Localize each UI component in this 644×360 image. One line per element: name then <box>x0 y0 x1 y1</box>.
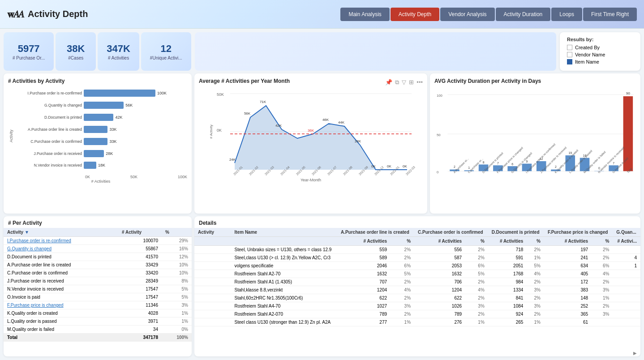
expand-icon[interactable]: ⊞ <box>409 79 414 86</box>
nav-tab-activity-duration[interactable]: Activity Duration <box>496 8 551 21</box>
count-cell: 4028 <box>118 309 162 317</box>
activity-cell[interactable]: I.Purchase order is re-confirmed <box>4 237 118 245</box>
activity-cell: A.Purchase order line is created <box>4 261 118 269</box>
results-by-item[interactable]: Created By <box>567 45 633 50</box>
copy-icon[interactable]: ⧉ <box>395 79 399 86</box>
bar-fill <box>84 114 113 121</box>
results-by-checkbox[interactable] <box>567 59 572 64</box>
detail-d-pct: 2% <box>527 278 544 286</box>
results-by-label: Vendor Name <box>575 52 605 57</box>
pct-cell: 12% <box>162 253 192 261</box>
details-row: Rostfreiem Stahl A2-070 789 2% 789 2% 92… <box>194 310 640 318</box>
per-activity-title: # Per Activity <box>4 216 192 228</box>
detail-g-act <box>613 286 640 294</box>
detail-d-act: 984 <box>488 278 527 286</box>
detail-g-act <box>613 294 640 302</box>
bar-fill <box>84 126 107 133</box>
activity-cell: M.Quality order is failed <box>4 326 118 334</box>
activity-cell[interactable]: G.Quantity is changed <box>4 245 118 253</box>
detail-a-act: 622 <box>337 294 391 302</box>
bar-row: A.Purchase order line is created 33K <box>14 126 187 133</box>
pct-cell: 1% <box>162 309 192 317</box>
detail-f-pct: 2% <box>592 246 613 254</box>
nav-tabs: Main AnalysisActivity DepthVendor Analys… <box>340 8 637 21</box>
svg-text:2: 2 <box>454 165 455 168</box>
bar-value: 18K <box>98 163 105 167</box>
bar-fill <box>84 102 124 109</box>
detail-a-act: 277 <box>337 318 391 326</box>
svg-text:0K: 0K <box>403 164 407 168</box>
nav-tab-first-time-right[interactable]: First Time Right <box>583 8 637 21</box>
more-icon[interactable]: ••• <box>416 79 423 86</box>
results-by-panel: Results by: Created ByVendor NameItem Na… <box>560 32 640 71</box>
results-by-title: Results by: <box>567 37 633 42</box>
nav-tab-main-analysis[interactable]: Main Analysis <box>340 8 389 21</box>
detail-g-act: 1 <box>613 262 640 270</box>
nav-tab-loops[interactable]: Loops <box>551 8 582 21</box>
total-count: 347178 <box>118 334 162 342</box>
count-cell: 100070 <box>118 237 162 245</box>
detail-a-act: 589 <box>337 254 391 262</box>
detail-item: Steel, Unbrako sizes = U130, others = cl… <box>231 246 337 254</box>
svg-text:28K: 28K <box>355 139 361 143</box>
logo: 𝐰𝐴𝐴 <box>7 9 23 20</box>
line-x-label: Year-Month <box>199 178 423 182</box>
kpi-label: # Activities <box>108 56 129 60</box>
table-row: G.Quantity is changed 55867 16% <box>4 245 192 253</box>
detail-d-pct: 3% <box>527 286 544 294</box>
bar-label: I.Purchase order is re-confirmed <box>14 91 84 95</box>
kpi-card: 5977# Purchase Or... <box>4 32 54 71</box>
results-by-checkbox[interactable] <box>567 45 572 50</box>
activity-cell[interactable]: F.Purchase price is changed <box>4 301 118 309</box>
charts-row: # Activities by Activity Activity I.Purc… <box>4 73 640 214</box>
detail-col-c-group: C.Purchase order is confirmed <box>414 228 488 237</box>
nav-tab-activity-depth[interactable]: Activity Depth <box>391 8 439 21</box>
svg-text:9: 9 <box>526 160 528 163</box>
details-table-wrap[interactable]: Activity Item Name A.Purchase order line… <box>194 228 640 350</box>
bar-label: D.Document is printed <box>14 115 84 120</box>
activity-cell: D.Document is printed <box>4 253 118 261</box>
table-row: A.Purchase order line is created 33429 1… <box>4 261 192 269</box>
avg-duration-svg: 100 50 0 2 1 8 7 <box>434 87 636 185</box>
svg-text:2: 2 <box>555 165 557 168</box>
detail-d-act: 1334 <box>488 286 527 294</box>
scroll-indicator: ▶ <box>194 350 640 356</box>
details-title: Details <box>194 216 640 228</box>
details-row: Stahl,klasse 8.8,verzinkt 1204 4% 1204 4… <box>194 286 640 294</box>
bar-fill <box>84 162 96 169</box>
detail-d-pct: 3% <box>527 302 544 310</box>
svg-text:42K: 42K <box>275 124 282 128</box>
detail-c-pct: 2% <box>465 294 488 302</box>
bar-value: 56K <box>125 103 133 107</box>
bar-label: A.Purchase order line is created <box>14 127 84 132</box>
bar-label: J.Purchase order is received <box>14 151 84 156</box>
kpi-label: #Cases <box>68 56 83 60</box>
activities-chart-title: # Activities by Activity <box>8 78 187 84</box>
detail-g-act <box>613 318 640 326</box>
detail-f-pct: 2% <box>592 302 613 310</box>
results-by-checkbox[interactable] <box>567 52 572 57</box>
detail-item: Stahl,klasse 8.8,verzinkt <box>231 286 337 294</box>
filter-icon[interactable]: ▽ <box>402 79 406 86</box>
svg-text:0K: 0K <box>371 164 376 168</box>
nav-tab-vendor-analysis[interactable]: Vendor Analysis <box>440 8 494 21</box>
results-by-item[interactable]: Vendor Name <box>567 52 633 57</box>
detail-f-act: 61 <box>544 318 592 326</box>
bar-value: 28K <box>106 151 113 156</box>
svg-text:50: 50 <box>437 133 441 137</box>
results-by-item[interactable]: Item Name <box>567 59 633 64</box>
activity-cell: N.Vendor invoice is received <box>4 285 118 293</box>
detail-activity <box>194 262 231 270</box>
pct-cell: 0% <box>162 326 192 334</box>
results-by-label: Created By <box>575 45 600 50</box>
bar-fill <box>84 90 155 97</box>
pin-icon[interactable]: 📌 <box>385 79 392 86</box>
line-chart-title: Average # Activities per Year Month <box>199 78 290 84</box>
details-row: Steel,class U130 (> cl. 12.9) Zn.Yellow … <box>194 254 640 262</box>
detail-activity <box>194 278 231 286</box>
kpi-value: 5977 <box>18 43 40 55</box>
detail-a-pct: 1% <box>391 318 414 326</box>
col-count: # Activity <box>118 228 162 237</box>
detail-item: Rostfreiem Stahl A4-70 <box>231 302 337 310</box>
detail-f-act: 383 <box>544 286 592 294</box>
